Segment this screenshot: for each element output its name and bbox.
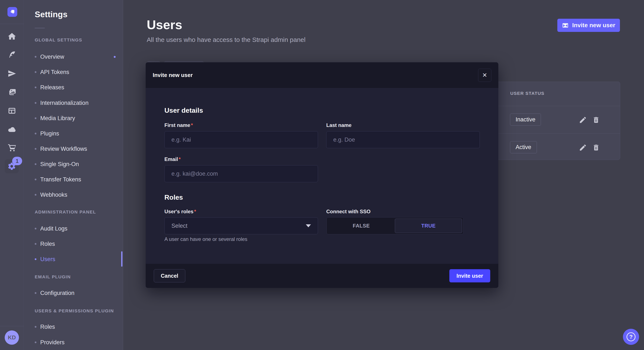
invite-user-submit-button[interactable]: Invite user <box>449 269 490 282</box>
connect-sso-label: Connect with SSO <box>326 209 370 214</box>
invite-user-modal: Invite new user ✕ User details First nam… <box>146 62 498 288</box>
users-roles-select[interactable]: Select <box>164 217 318 234</box>
roles-heading: Roles <box>164 193 183 201</box>
sso-toggle-true[interactable]: TRUE <box>395 219 462 233</box>
first-name-field[interactable] <box>164 131 318 148</box>
close-modal-button[interactable]: ✕ <box>478 69 491 82</box>
last-name-label: Last name <box>326 122 352 128</box>
close-icon: ✕ <box>482 72 487 79</box>
modal-header: Invite new user ✕ <box>146 62 498 88</box>
last-name-field[interactable] <box>326 131 480 148</box>
required-asterisk: * <box>194 209 196 214</box>
first-name-label: First name* <box>164 122 193 128</box>
sso-toggle: FALSE TRUE <box>326 217 464 234</box>
modal-title: Invite new user <box>153 72 193 78</box>
users-roles-label: User's roles* <box>164 209 196 214</box>
email-label: Email* <box>164 156 180 162</box>
user-details-heading: User details <box>164 107 203 114</box>
required-asterisk: * <box>179 156 180 162</box>
roles-helper-text: A user can have one or several roles <box>164 236 248 242</box>
sso-toggle-false[interactable]: FALSE <box>328 219 395 233</box>
required-asterisk: * <box>191 122 193 128</box>
email-field[interactable] <box>164 165 318 182</box>
modal-footer: Cancel Invite user <box>146 263 498 288</box>
cancel-button[interactable]: Cancel <box>154 269 185 282</box>
chevron-down-icon <box>306 224 311 227</box>
select-value: Select <box>172 223 306 229</box>
